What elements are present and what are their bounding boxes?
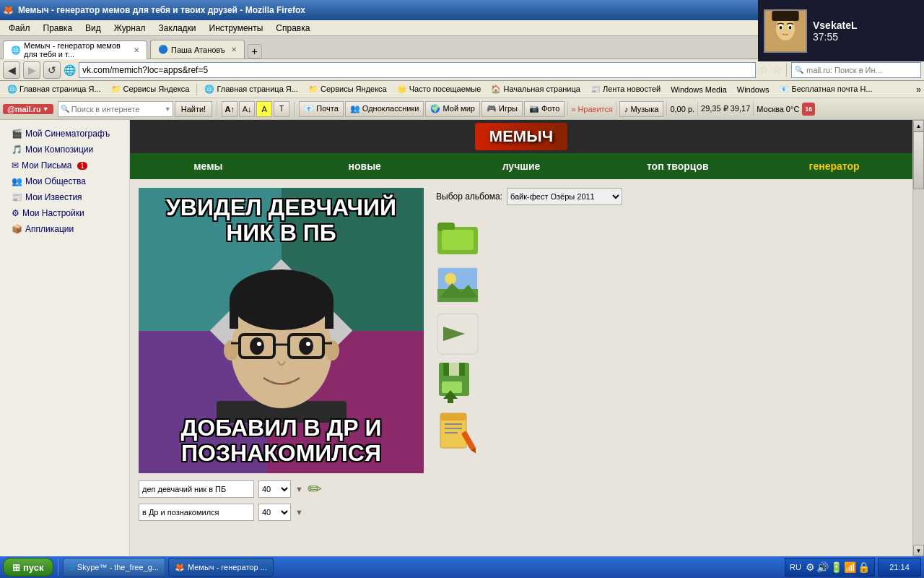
bookmark-frequent[interactable]: 🌟 Часто посещаемые — [393, 83, 486, 95]
scroll-thumb[interactable] — [913, 131, 924, 189]
start-button[interactable]: ⊞ пуск — [3, 558, 53, 577]
pencil-icon: ✏ — [308, 479, 322, 499]
sidebar-item-cinema[interactable]: 🎬 Мой Синематографъ — [0, 126, 129, 142]
menu-history[interactable]: Журнал — [108, 22, 152, 35]
address-input[interactable] — [79, 62, 756, 78]
nav-generator[interactable]: генератор — [756, 153, 912, 179]
size2-dropdown[interactable]: ▼ — [295, 508, 303, 517]
menu-bookmarks[interactable]: Закладки — [153, 22, 202, 35]
bookmark-yandex-services1[interactable]: 📁 Сервисы Яндекса — [107, 83, 194, 95]
scroll-up[interactable]: ▲ — [913, 120, 924, 131]
text1-input[interactable] — [139, 480, 254, 498]
text2-input[interactable] — [139, 504, 254, 521]
menu-view[interactable]: Вид — [79, 22, 107, 35]
highlight-button[interactable]: A — [256, 101, 272, 117]
sidebar-item-compositions[interactable]: 🎵 Мои Композиции — [0, 142, 129, 158]
reload-button[interactable]: ↺ — [43, 61, 61, 79]
translate-button[interactable]: T — [274, 101, 289, 117]
bookmark-yandex2[interactable]: 🌐 Главная страница Я... — [200, 83, 302, 95]
album-section: Выбор альбома: байк-фест Озёры 2011 — [436, 188, 622, 205]
sidebar-item-news[interactable]: 📰 Мои Известия — [0, 189, 129, 205]
back-button[interactable]: ◀ — [3, 61, 20, 79]
new-tab-button[interactable]: + — [248, 44, 262, 59]
bookmark-star2[interactable]: ☆ — [772, 63, 782, 77]
menu-tools[interactable]: Инструменты — [204, 22, 269, 35]
tab-pasha[interactable]: 🔵 Паша Атановъ ✕ — [150, 40, 245, 59]
scroll-down[interactable]: ▼ — [913, 545, 924, 556]
nav-new[interactable]: новые — [287, 153, 443, 179]
tray-icon3[interactable]: 🔋 — [830, 561, 842, 573]
menu-help[interactable]: Справка — [270, 22, 315, 35]
edit-document-icon[interactable] — [436, 410, 479, 454]
save-icon[interactable] — [436, 361, 479, 405]
menu-file[interactable]: Файл — [3, 22, 36, 35]
tray-icon5[interactable]: 🔒 — [858, 561, 870, 573]
ok-service-button[interactable]: 👥 Одноклассники — [345, 101, 424, 117]
tray-icon2[interactable]: 🔊 — [816, 561, 829, 573]
mail-search-input[interactable] — [71, 105, 163, 113]
nav-top[interactable]: топ творцов — [599, 153, 756, 179]
start-label: пуск — [23, 562, 44, 573]
tray-icon1[interactable]: ⚙ — [806, 561, 815, 573]
compositions-label: Мои Композиции — [25, 144, 93, 155]
tab-memich[interactable]: 🌐 Мемыч - генератор мемов для тебя и т..… — [3, 40, 147, 59]
mail-service-button[interactable]: 📧 Почта — [299, 101, 344, 117]
sidebar-item-letters[interactable]: ✉ Мои Письма 1 — [0, 158, 129, 173]
svg-point-21 — [299, 337, 313, 355]
size1-dropdown[interactable]: ▼ — [295, 485, 303, 493]
cinema-icon: 🎬 — [12, 129, 22, 139]
mail-search-dropdown[interactable]: ▼ — [163, 105, 173, 113]
font-size-button[interactable]: A↑ — [222, 101, 237, 117]
svg-rect-44 — [445, 432, 458, 434]
taskbar-skype[interactable]: S Skype™ - the_free_g... — [63, 558, 165, 577]
site-nav: мемы новые лучшие топ творцов генератор — [130, 153, 912, 179]
taskbar: ⊞ пуск S Skype™ - the_free_g... 🦊 Мемыч … — [0, 556, 924, 578]
moi-mir-button[interactable]: 🌍 Мой мир — [425, 101, 480, 117]
sidebar-item-societies[interactable]: 👥 Мои Общества — [0, 173, 129, 189]
apps-icon: 📦 — [12, 224, 22, 234]
size1-select[interactable]: 40 32 48 — [258, 480, 291, 498]
album-dropdown[interactable]: байк-фест Озёры 2011 — [507, 188, 622, 205]
letters-icon: ✉ — [12, 160, 19, 171]
user-name: VsekateL — [813, 20, 857, 31]
bookmark-news[interactable]: 📰 Лента новостей — [586, 83, 665, 95]
bookmark-wm[interactable]: Windows Media — [666, 84, 731, 95]
font-decrease-button[interactable]: A↓ — [239, 101, 255, 117]
like-button[interactable]: » Нравится — [571, 105, 613, 113]
tab-close[interactable]: ✕ — [134, 46, 139, 54]
mail-logo: @mail.ru — [7, 105, 41, 113]
photo-button[interactable]: 📷 Фото — [524, 101, 565, 117]
tray-icon4[interactable]: 📶 — [844, 561, 856, 573]
search-input[interactable] — [806, 66, 920, 74]
sidebar-item-settings[interactable]: ⚙ Мои Настройки — [0, 205, 129, 221]
menu-edit[interactable]: Правка — [38, 22, 79, 35]
bookmark-yandex1[interactable]: 🌐 Главная страница Я... — [3, 83, 105, 95]
nav-memes[interactable]: мемы — [130, 153, 287, 179]
mail-dropdown[interactable]: ▼ — [43, 105, 49, 113]
sidebar-item-apps[interactable]: 📦 Аппликации — [0, 221, 129, 237]
bookmark-homepage[interactable]: 🏠 Начальная страница — [487, 83, 585, 95]
bookmark-windows[interactable]: Windows — [733, 84, 774, 95]
taskbar-firefox[interactable]: 🦊 Мемыч - генератор ... — [168, 558, 274, 577]
bookmark-mail[interactable]: 📧 Бесплатная почта Н... — [775, 83, 876, 95]
bookmarks-more[interactable]: » — [916, 85, 921, 95]
tab-favicon: 🌐 — [11, 46, 21, 55]
size2-select[interactable]: 40 32 48 — [258, 504, 291, 521]
tab-close2[interactable]: ✕ — [231, 46, 237, 53]
forward-button[interactable]: ▶ — [23, 61, 40, 79]
folder-icon[interactable] — [436, 214, 479, 257]
music-button[interactable]: ♪ Музыка — [619, 101, 663, 117]
landscape-icon[interactable] — [436, 263, 479, 306]
bookmark-yandex-services2[interactable]: 📁 Сервисы Яндекса — [304, 83, 391, 95]
svg-rect-35 — [449, 363, 459, 376]
svg-rect-11 — [230, 300, 238, 329]
time-badge: 16 — [805, 105, 812, 113]
games-button[interactable]: 🎮 Игры — [481, 101, 523, 117]
meme-controls: 40 32 48 ▼ ✏ 40 32 48 — [139, 479, 427, 521]
nav-best[interactable]: лучшие — [443, 153, 600, 179]
bookmark-star[interactable]: ☆ — [759, 63, 769, 77]
forward-icon[interactable] — [436, 312, 479, 355]
scrollbar: ▲ ▼ — [912, 120, 924, 556]
clock[interactable]: 21:14 — [878, 558, 921, 577]
mail-find-button[interactable]: Найти! — [175, 101, 212, 117]
